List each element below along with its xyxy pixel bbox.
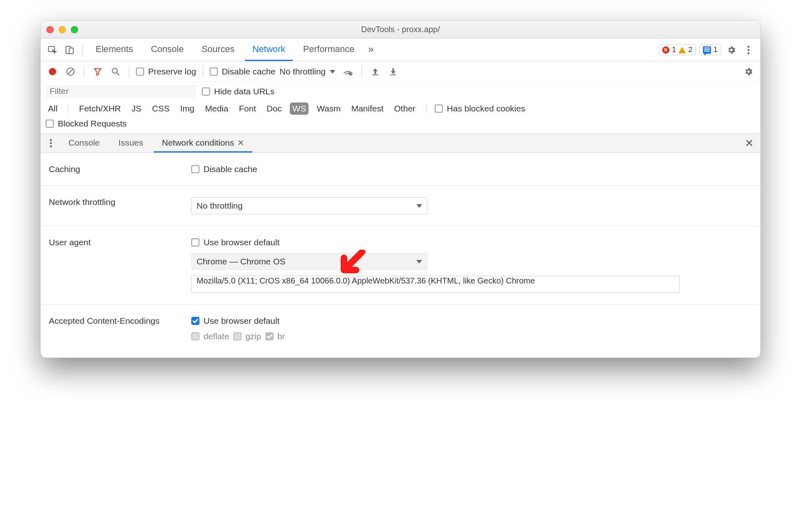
upload-har-icon[interactable] bbox=[368, 65, 382, 78]
svg-rect-13 bbox=[372, 74, 378, 75]
ua-string-input[interactable]: Mozilla/5.0 (X11; CrOS x86_64 10066.0.0)… bbox=[191, 276, 680, 293]
throttling-row-label: Network throttling bbox=[49, 197, 183, 207]
blocked-requests-checkbox[interactable] bbox=[46, 120, 54, 128]
network-toolbar: Preserve log Disable cache No throttling bbox=[41, 61, 760, 82]
has-blocked-cookies-checkbox[interactable] bbox=[435, 105, 443, 113]
tab-elements[interactable]: Elements bbox=[88, 39, 140, 61]
devtools-window: DevTools - proxx.app/ Elements Console S… bbox=[40, 20, 761, 358]
filter-type-img[interactable]: Img bbox=[178, 102, 197, 115]
disable-cache-toggle[interactable]: Disable cache bbox=[210, 67, 276, 76]
filter-type-media[interactable]: Media bbox=[203, 102, 231, 115]
enc-browser-default-label: Use browser default bbox=[204, 316, 280, 326]
svg-point-5 bbox=[748, 52, 750, 54]
tab-network[interactable]: Network bbox=[245, 39, 293, 61]
filter-type-ws[interactable]: WS bbox=[290, 102, 309, 115]
preserve-log-toggle[interactable]: Preserve log bbox=[136, 67, 196, 76]
tab-performance[interactable]: Performance bbox=[296, 39, 362, 61]
has-blocked-cookies-toggle[interactable]: Has blocked cookies bbox=[435, 104, 525, 113]
tab-more: » bbox=[368, 44, 374, 55]
preserve-log-label: Preserve log bbox=[148, 67, 196, 76]
toolbar-settings-icon[interactable] bbox=[742, 65, 755, 78]
disable-cache-label: Disable cache bbox=[222, 67, 276, 76]
device-toolbar-icon[interactable] bbox=[63, 43, 77, 57]
overflow-tabs-icon[interactable]: » bbox=[365, 39, 377, 61]
svg-point-12 bbox=[350, 73, 351, 74]
row-throttling: Network throttling No throttling bbox=[41, 186, 760, 226]
ua-row-label: User agent bbox=[49, 238, 183, 247]
clear-icon[interactable] bbox=[63, 65, 77, 78]
divider bbox=[68, 104, 68, 113]
svg-rect-14 bbox=[390, 74, 396, 75]
caching-label: Caching bbox=[49, 164, 183, 174]
divider bbox=[82, 44, 83, 56]
svg-line-8 bbox=[68, 69, 73, 74]
inspect-element-icon[interactable] bbox=[46, 43, 59, 57]
drawer-tab-console[interactable]: Console bbox=[60, 134, 108, 153]
filter-type-other[interactable]: Other bbox=[392, 102, 418, 115]
warning-icon bbox=[678, 47, 686, 53]
tab-label: Elements bbox=[96, 44, 133, 55]
drawer-tab-issues[interactable]: Issues bbox=[110, 134, 151, 153]
panel-disable-cache-toggle[interactable]: Disable cache bbox=[191, 164, 752, 174]
svg-point-6 bbox=[49, 68, 56, 75]
settings-icon[interactable] bbox=[724, 43, 738, 57]
filter-type-all[interactable]: All bbox=[46, 102, 60, 115]
filter-type-js[interactable]: JS bbox=[129, 102, 144, 115]
network-conditions-panel: Caching Disable cache Network throttling… bbox=[41, 153, 760, 358]
filter-placeholder: Filter bbox=[50, 86, 69, 96]
filter-input[interactable]: Filter bbox=[46, 85, 196, 98]
preserve-log-checkbox[interactable] bbox=[136, 68, 144, 76]
svg-point-15 bbox=[50, 139, 52, 141]
search-icon[interactable] bbox=[109, 65, 123, 78]
divider bbox=[426, 104, 427, 113]
drawer-tab-label: Console bbox=[68, 138, 100, 148]
filter-icon[interactable] bbox=[91, 65, 105, 78]
hide-data-urls-toggle[interactable]: Hide data URLs bbox=[202, 87, 274, 96]
hide-data-urls-label: Hide data URLs bbox=[214, 87, 274, 96]
ua-select-value: Chrome — Chrome OS bbox=[197, 257, 285, 266]
enc-br-checkbox bbox=[265, 332, 274, 340]
row-content-encodings: Accepted Content-Encodings Use browser d… bbox=[41, 305, 760, 341]
ua-browser-default-toggle[interactable]: Use browser default bbox=[191, 238, 752, 247]
drawer-menu-icon[interactable] bbox=[44, 136, 58, 150]
record-icon[interactable] bbox=[46, 65, 59, 78]
filter-type-fetchxhr[interactable]: Fetch/XHR bbox=[77, 102, 123, 115]
disable-cache-checkbox[interactable] bbox=[210, 68, 218, 76]
enc-deflate-checkbox bbox=[191, 332, 199, 340]
tab-label: Console bbox=[151, 44, 184, 55]
more-menu-icon[interactable] bbox=[742, 43, 755, 57]
network-settings-icon[interactable] bbox=[341, 65, 355, 78]
tab-sources[interactable]: Sources bbox=[194, 39, 242, 61]
blocked-requests-toggle[interactable]: Blocked Requests bbox=[46, 119, 127, 129]
main-tabstrip: Elements Console Sources Network Perform… bbox=[41, 39, 760, 61]
has-blocked-cookies-label: Has blocked cookies bbox=[447, 104, 525, 113]
filter-type-css[interactable]: CSS bbox=[150, 102, 172, 115]
ua-select[interactable]: Chrome — Chrome OS bbox=[191, 253, 427, 270]
row-caching: Caching Disable cache bbox=[41, 153, 760, 186]
warnings-count: 2 bbox=[688, 46, 692, 54]
enc-gzip-label: gzip bbox=[245, 331, 261, 341]
close-drawer-icon[interactable]: ✕ bbox=[742, 137, 757, 150]
throttling-dropdown[interactable]: No throttling bbox=[280, 67, 337, 76]
download-har-icon[interactable] bbox=[386, 65, 400, 78]
filter-type-font[interactable]: Font bbox=[236, 102, 258, 115]
drawer-tab-label: Issues bbox=[118, 138, 143, 148]
divider bbox=[361, 65, 362, 78]
issues-indicator[interactable]: 1 bbox=[699, 44, 721, 55]
enc-browser-default-checkbox[interactable] bbox=[191, 317, 199, 325]
svg-point-17 bbox=[50, 146, 52, 148]
filter-type-doc[interactable]: Doc bbox=[264, 102, 284, 115]
tab-console[interactable]: Console bbox=[144, 39, 191, 61]
errors-warnings-indicator[interactable]: ✕ 1 2 bbox=[659, 44, 696, 55]
tab-label: Sources bbox=[201, 44, 234, 55]
enc-browser-default-toggle[interactable]: Use browser default bbox=[191, 316, 752, 326]
throttling-select[interactable]: No throttling bbox=[191, 197, 427, 214]
drawer-tab-network-conditions[interactable]: Network conditions ✕ bbox=[154, 134, 252, 153]
hide-data-urls-checkbox[interactable] bbox=[202, 87, 210, 96]
ua-browser-default-label: Use browser default bbox=[204, 238, 280, 247]
filter-type-manifest[interactable]: Manifest bbox=[349, 102, 386, 115]
panel-disable-cache-checkbox[interactable] bbox=[191, 165, 199, 173]
ua-browser-default-checkbox[interactable] bbox=[191, 238, 199, 246]
close-tab-icon[interactable]: ✕ bbox=[237, 138, 244, 148]
filter-type-wasm[interactable]: Wasm bbox=[314, 102, 343, 115]
